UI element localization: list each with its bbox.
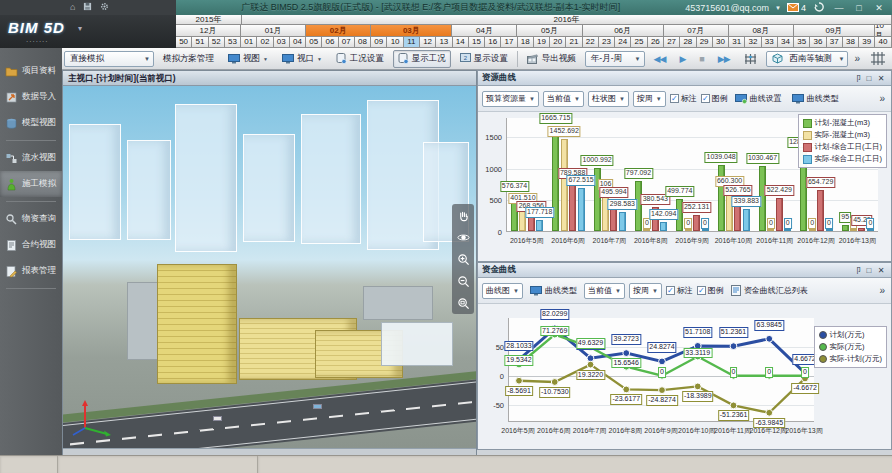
sidebar-item-7[interactable]: 合约视图 — [0, 232, 62, 258]
funds-curve-type-button[interactable]: 曲线类型 — [527, 284, 580, 297]
show-condition-button[interactable]: 显示工况 — [393, 50, 451, 68]
account-dropdown-icon[interactable]: ▼ — [775, 5, 781, 11]
save-icon[interactable] — [83, 2, 92, 13]
play-button[interactable]: ▶ — [674, 50, 690, 68]
condition-settings-button[interactable]: 工况设置 — [331, 50, 389, 68]
timeline-week-cell[interactable]: 18 — [518, 37, 534, 48]
curve-settings-button[interactable]: 曲线设置 — [732, 92, 785, 105]
timeline-week-cell[interactable]: 20 — [550, 37, 566, 48]
timeline-week-cell[interactable]: 21 — [566, 37, 582, 48]
zoom-in-icon[interactable] — [455, 251, 471, 267]
timeline-week-cell[interactable]: 52 — [209, 37, 225, 48]
funds-toolbar-overflow[interactable]: » — [877, 285, 887, 296]
timeline-year-cell[interactable]: 2016年 — [242, 15, 892, 25]
timeline-week-cell[interactable]: 51 — [192, 37, 208, 48]
timeline-month-cell[interactable]: 06月 — [583, 25, 664, 37]
time-unit-select[interactable]: 年-月-周 ▼ — [585, 51, 645, 67]
view-preset-select[interactable]: 西南等轴测 ▼ — [766, 51, 849, 67]
scaffold-view-button[interactable] — [739, 50, 762, 68]
timeline-week-cell[interactable]: 16 — [485, 37, 501, 48]
maximize-panel-icon[interactable]: □ — [863, 266, 875, 275]
timeline-week-cell[interactable]: 17 — [501, 37, 517, 48]
annotate-checkbox[interactable]: ✓标注 — [670, 93, 697, 104]
timeline-week-cell[interactable]: 15 — [469, 37, 485, 48]
funds-annotate-checkbox[interactable]: ✓标注 — [666, 285, 693, 296]
sidebar-item-8[interactable]: 报表管理 — [0, 258, 62, 284]
timeline-week-cell[interactable]: 22 — [583, 37, 599, 48]
scheme-manage-button[interactable]: 模拟方案管理 — [158, 50, 219, 68]
view-button[interactable]: 视图 ▼ — [223, 50, 273, 68]
timeline-week-cell[interactable]: 32 — [745, 37, 761, 48]
timeline-week-cell[interactable]: 01 — [241, 37, 257, 48]
resource-source-select[interactable]: 预算资源量▼ — [482, 91, 539, 107]
grid-tool-button[interactable] — [866, 50, 890, 68]
display-settings-button[interactable]: 2 显示设置 — [455, 50, 513, 68]
timeline-week-cell[interactable]: 25 — [631, 37, 647, 48]
zoom-window-icon[interactable] — [455, 295, 471, 311]
timeline-week-cell[interactable]: 11 — [404, 37, 420, 48]
timeline-week-cell[interactable]: 04 — [290, 37, 306, 48]
sidebar-item-3[interactable]: 模型视图 — [0, 110, 62, 136]
simulation-mode-select[interactable]: 直接模拟 ▼ — [64, 51, 154, 67]
timeline-week-cell[interactable]: 30 — [713, 37, 729, 48]
timeline-week-cell[interactable]: 23 — [599, 37, 615, 48]
legend-checkbox[interactable]: ✓图例 — [701, 93, 728, 104]
timeline-week-cell[interactable]: 31 — [729, 37, 745, 48]
sidebar-item-5[interactable]: 施工模拟 — [0, 171, 62, 197]
maximize-panel-icon[interactable]: □ — [863, 74, 875, 83]
account-email[interactable]: 453715601@qq.com — [685, 3, 769, 13]
timeline-week-cell[interactable]: 36 — [810, 37, 826, 48]
timeline-month-cell[interactable]: 09月 — [794, 25, 875, 37]
timeline-week-cell[interactable]: 03 — [274, 37, 290, 48]
timeline-month-cell[interactable]: 08月 — [729, 25, 794, 37]
resource-period-select[interactable]: 按周▼ — [633, 91, 666, 107]
timeline-week-cell[interactable]: 19 — [534, 37, 550, 48]
timeline-month-cell[interactable]: 03月 — [371, 25, 452, 37]
stop-button[interactable]: ■ — [694, 50, 708, 68]
funds-summary-button[interactable]: 资金曲线汇总列表 — [728, 284, 811, 297]
timeline-month-cell[interactable]: 01月 — [241, 25, 306, 37]
maximize-button[interactable]: □ — [852, 3, 866, 13]
resource-chart-type-select[interactable]: 柱状图▼ — [588, 91, 629, 107]
timeline-week-cell[interactable]: 37 — [827, 37, 843, 48]
close-panel-icon[interactable]: ✕ — [875, 74, 887, 83]
curve-type-button[interactable]: 曲线类型 — [789, 92, 842, 105]
pin-icon[interactable]: 卩 — [851, 73, 863, 84]
timeline-month-cell[interactable]: 10月 — [875, 25, 892, 37]
settings-gear-icon[interactable] — [100, 2, 109, 13]
timeline-month-cell[interactable]: 02月 — [306, 25, 371, 37]
timeline-week-cell[interactable]: 09 — [371, 37, 387, 48]
timeline-week-cell[interactable]: 02 — [257, 37, 273, 48]
timeline-month-cell[interactable]: 05月 — [517, 25, 582, 37]
funds-legend-checkbox[interactable]: ✓图例 — [697, 285, 724, 296]
timeline-week-cell[interactable]: 35 — [794, 37, 810, 48]
timeline-week-cell[interactable]: 39 — [859, 37, 875, 48]
timeline-week-cell[interactable]: 07 — [339, 37, 355, 48]
logo-dropdown-icon[interactable]: ▾ — [78, 24, 82, 33]
pan-hand-icon[interactable] — [455, 207, 471, 223]
timeline-year-cell[interactable]: 2015年 — [176, 15, 242, 25]
pin-icon[interactable]: 卩 — [851, 265, 863, 276]
minimize-button[interactable]: — — [832, 3, 846, 13]
timeline-week-cell[interactable]: 28 — [680, 37, 696, 48]
sidebar-item-6[interactable]: 物资查询 — [0, 206, 62, 232]
timeline-week-cell[interactable]: 10 — [387, 37, 403, 48]
sync-icon[interactable] — [812, 2, 826, 14]
timeline-week-cell[interactable]: 38 — [843, 37, 859, 48]
toolbar-overflow-button[interactable]: » — [852, 53, 862, 64]
viewport-button[interactable]: 视口 ▼ — [277, 50, 327, 68]
viewport-canvas[interactable] — [63, 86, 476, 448]
timeline-week-cell[interactable]: 34 — [778, 37, 794, 48]
timeline-month-cell[interactable]: 12月 — [176, 25, 241, 37]
timeline-week-cell[interactable]: 29 — [697, 37, 713, 48]
timeline-month-cell[interactable]: 04月 — [452, 25, 517, 37]
sidebar-item-2[interactable]: 数据导入 — [0, 84, 62, 110]
close-button[interactable]: ✕ — [872, 3, 886, 13]
orbit-icon[interactable] — [455, 229, 471, 245]
timeline-week-cell[interactable]: 40 — [875, 37, 891, 48]
funds-chart-type-select[interactable]: 曲线图▼ — [482, 283, 523, 299]
resource-value-select[interactable]: 当前值▼ — [543, 91, 584, 107]
timeline-week-cell[interactable]: 53 — [225, 37, 241, 48]
timeline-month-cell[interactable]: 07月 — [664, 25, 729, 37]
funds-value-select[interactable]: 当前值▼ — [584, 283, 625, 299]
